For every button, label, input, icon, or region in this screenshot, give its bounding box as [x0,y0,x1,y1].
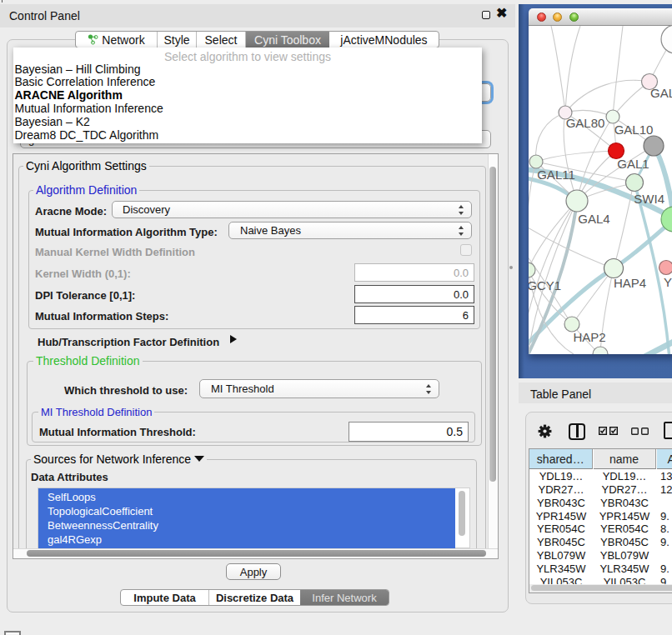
svg-text:GAL1: GAL1 [617,157,649,171]
svg-text:GAL: GAL [650,86,672,100]
svg-text:Y: Y [664,275,672,289]
svg-text:HAP4: HAP4 [614,276,646,290]
svg-text:HAP2: HAP2 [573,330,605,344]
svg-text:SWI4: SWI4 [634,192,664,206]
svg-text:GAL80: GAL80 [566,116,605,130]
svg-text:GAL11: GAL11 [537,168,575,182]
svg-text:GAL4: GAL4 [578,212,609,226]
svg-text:GAL10: GAL10 [614,122,654,137]
svg-text:GCY1: GCY1 [529,278,561,292]
